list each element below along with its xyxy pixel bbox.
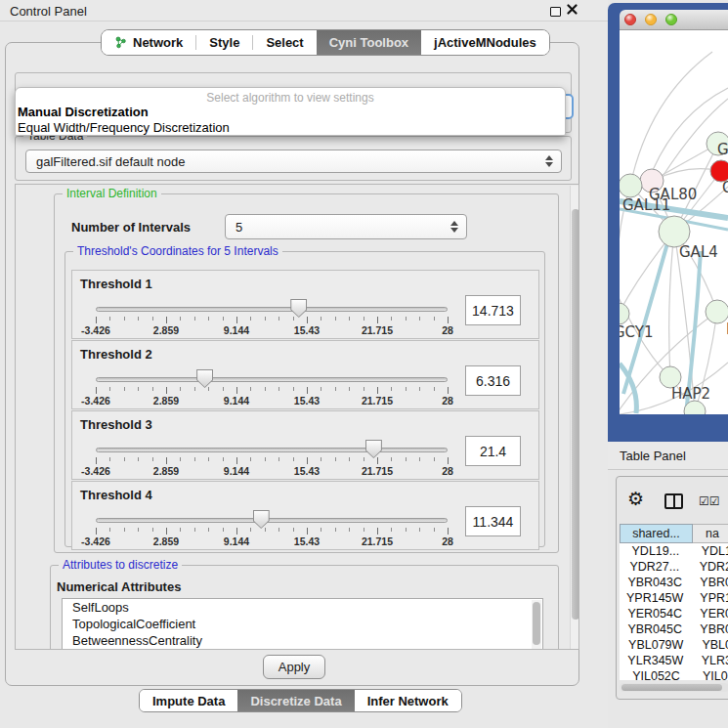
tick-mark bbox=[223, 457, 224, 461]
threshold-value-field[interactable]: 14.713 bbox=[465, 295, 521, 325]
cell-shared-name[interactable]: YBR045C bbox=[620, 621, 690, 637]
cell-shared-name[interactable]: YLR345W bbox=[620, 653, 692, 668]
cell-name[interactable]: YLR3 bbox=[692, 653, 728, 668]
dropdown-option-manual-discretization[interactable]: Manual Discretization bbox=[16, 105, 565, 120]
cell-name[interactable]: YPR1 bbox=[690, 590, 728, 606]
attribute-list-item[interactable]: BetweennessCentrality bbox=[63, 632, 542, 649]
threshold-slider-thumb[interactable] bbox=[290, 299, 307, 318]
network-node[interactable] bbox=[620, 303, 629, 324]
cell-name[interactable]: YDL1 bbox=[692, 543, 728, 559]
list-scrollbar-thumb[interactable] bbox=[533, 602, 540, 645]
cell-name[interactable]: YBR0 bbox=[690, 575, 728, 590]
minimize-traffic-light[interactable] bbox=[645, 14, 657, 25]
network-node[interactable] bbox=[706, 300, 728, 323]
scale-label: 2.859 bbox=[153, 465, 179, 477]
tab-cyni-toolbox[interactable]: Cyni Toolbox bbox=[317, 30, 421, 55]
tab-impute-data[interactable]: Impute Data bbox=[140, 690, 237, 711]
threshold-slider-track[interactable] bbox=[96, 377, 448, 382]
cell-name[interactable]: YBL0 bbox=[692, 637, 728, 653]
network-node[interactable] bbox=[620, 174, 642, 197]
cell-shared-name[interactable]: YBR043C bbox=[620, 575, 690, 590]
tick-mark bbox=[208, 528, 209, 532]
panel-scrollbar[interactable] bbox=[570, 186, 579, 649]
list-scrollbar[interactable] bbox=[532, 600, 541, 650]
cell-shared-name[interactable]: YDR27... bbox=[620, 559, 690, 575]
table-row[interactable]: YBL079WYBL0 bbox=[620, 637, 728, 653]
cell-name[interactable]: YER0 bbox=[690, 606, 728, 621]
tick-mark bbox=[223, 317, 224, 321]
tab-jactivemnodules[interactable]: jActiveMNodules bbox=[421, 30, 549, 55]
table-row[interactable]: YBR045CYBR0 bbox=[620, 621, 728, 637]
threshold-slider-thumb[interactable] bbox=[253, 510, 270, 529]
apply-button[interactable]: Apply bbox=[263, 655, 325, 679]
table-scrollbar-thumb[interactable] bbox=[621, 684, 722, 691]
attribute-list-item[interactable]: TopologicalCoefficient bbox=[63, 616, 542, 632]
tick-mark bbox=[293, 457, 294, 461]
tab-style[interactable]: Style bbox=[196, 30, 252, 55]
numerical-attributes-list[interactable]: SelfLoopsTopologicalCoefficientBetweenne… bbox=[62, 598, 543, 650]
network-edge[interactable] bbox=[623, 243, 667, 394]
table-panel-titlebar: Table Panel bbox=[608, 442, 728, 470]
tick-mark bbox=[434, 317, 435, 321]
cell-name[interactable]: YBR0 bbox=[690, 621, 728, 637]
cell-shared-name[interactable]: YER054C bbox=[620, 606, 690, 621]
tick-mark bbox=[208, 387, 209, 391]
column-header-shared-name[interactable]: shared... bbox=[620, 524, 693, 543]
close-traffic-light[interactable] bbox=[624, 14, 636, 25]
table-row[interactable]: YLR345WYLR3 bbox=[620, 653, 728, 668]
close-icon[interactable] bbox=[567, 4, 578, 15]
cell-shared-name[interactable]: YDL19... bbox=[620, 543, 692, 559]
gear-icon[interactable]: ⚙ bbox=[627, 490, 644, 508]
tick-mark bbox=[250, 317, 251, 321]
tick-mark bbox=[96, 387, 97, 394]
number-of-intervals-combobox[interactable]: 5 bbox=[225, 214, 467, 239]
tick-mark bbox=[109, 528, 110, 532]
table-row[interactable]: YBR043CYBR0 bbox=[620, 575, 728, 590]
cell-shared-name[interactable]: YPR145W bbox=[620, 590, 690, 606]
cell-shared-name[interactable]: YIL052C bbox=[620, 668, 693, 680]
tick-mark bbox=[293, 528, 294, 532]
tick-mark bbox=[434, 457, 435, 461]
column-header-name[interactable]: na bbox=[693, 524, 728, 543]
threshold-slider-track[interactable] bbox=[96, 307, 448, 312]
threshold-slider-track[interactable] bbox=[96, 518, 448, 523]
attribute-list-item[interactable]: SelfLoops bbox=[63, 599, 542, 616]
table-row[interactable]: YDR27...YDR2 bbox=[620, 559, 728, 575]
panel-scrollbar-thumb[interactable] bbox=[572, 209, 579, 620]
cell-name[interactable]: YIL0 bbox=[693, 668, 728, 680]
table-row[interactable]: YER054CYER0 bbox=[620, 606, 728, 621]
network-edge[interactable] bbox=[630, 52, 712, 186]
cell-shared-name[interactable]: YBL079W bbox=[620, 637, 692, 653]
tick-mark bbox=[236, 457, 237, 464]
network-canvas[interactable]: GAL80GACGAL11GAL4GCY1HHAP2 bbox=[620, 30, 728, 414]
cell-name[interactable]: YDR2 bbox=[690, 559, 728, 575]
slider-scale-labels: -3.4262.8599.14415.4321.71528 bbox=[96, 324, 449, 336]
threshold-value-field[interactable]: 6.316 bbox=[465, 365, 521, 396]
select-columns-checkboxes-icon[interactable]: ☑☑ bbox=[699, 494, 720, 508]
table-horizontal-scrollbar[interactable] bbox=[620, 683, 728, 692]
table-row[interactable]: YIL052CYIL0 bbox=[620, 668, 728, 680]
node-label: GCY1 bbox=[620, 323, 654, 341]
slider-scale-labels: -3.4262.8599.14415.4321.71528 bbox=[96, 465, 449, 477]
threshold-value-field[interactable]: 11.344 bbox=[465, 506, 521, 536]
zoom-traffic-light[interactable] bbox=[665, 14, 677, 25]
float-window-icon[interactable] bbox=[550, 7, 561, 17]
tick-mark bbox=[391, 317, 392, 321]
tick-mark bbox=[278, 457, 279, 461]
split-columns-icon[interactable] bbox=[664, 493, 683, 509]
tab-select[interactable]: Select bbox=[253, 30, 316, 55]
table-row[interactable]: YDL19...YDL1 bbox=[620, 543, 728, 559]
threshold-slider-track[interactable] bbox=[96, 448, 448, 452]
number-of-intervals-value: 5 bbox=[226, 220, 447, 235]
dropdown-option-equal-width-frequency[interactable]: Equal Width/Frequency Discretization bbox=[16, 120, 565, 136]
tab-network[interactable]: Network bbox=[102, 30, 195, 55]
threshold-slider-thumb[interactable] bbox=[365, 440, 382, 458]
threshold-slider-thumb[interactable] bbox=[196, 369, 213, 388]
tab-discretize-data[interactable]: Discretize Data bbox=[237, 690, 354, 711]
tab-infer-network[interactable]: Infer Network bbox=[355, 690, 461, 711]
threshold-value-field[interactable]: 21.4 bbox=[465, 436, 521, 466]
network-edge[interactable] bbox=[669, 232, 674, 377]
table-data-combobox[interactable]: galFiltered.sif default node bbox=[25, 150, 562, 173]
tick-mark bbox=[152, 387, 153, 391]
table-row[interactable]: YPR145WYPR1 bbox=[620, 590, 728, 606]
